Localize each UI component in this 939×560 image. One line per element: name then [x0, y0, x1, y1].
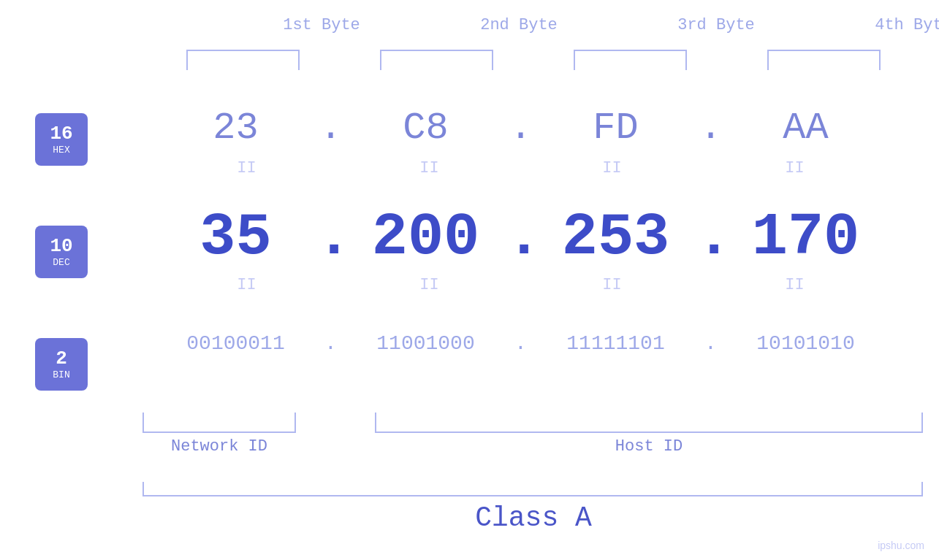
bin-row: 00100011 . 11001000 . 11111101 . 1010101… [0, 321, 939, 365]
dec-val-2: 200 [346, 204, 506, 272]
equals-symbols-1: II II II II [156, 159, 886, 177]
hex-row: 23 . C8 . FD . AA [0, 102, 939, 153]
bottom-labels: Network ID Host ID [142, 437, 924, 456]
class-bracket [142, 482, 923, 496]
rows-area: 23 . C8 . FD . AA II II II [0, 80, 939, 365]
dot-dec-2: . [506, 204, 536, 272]
dec-row: 35 . 200 . 253 . 170 [0, 204, 939, 270]
top-bracket-2 [380, 50, 493, 70]
host-id-label: Host ID [375, 437, 923, 456]
dot-hex-2: . [506, 107, 536, 150]
eq2-3: II [532, 276, 693, 294]
top-bracket-3 [574, 50, 687, 70]
dot-bin-3: . [696, 332, 726, 355]
dot-hex-3: . [696, 107, 726, 150]
bin-values: 00100011 . 11001000 . 11111101 . 1010101… [156, 332, 886, 355]
equals-row-1: II II II II [0, 153, 939, 183]
eq1-4: II [715, 159, 875, 177]
bin-val-4: 10101010 [726, 332, 886, 355]
dot-bin-2: . [506, 332, 536, 355]
hex-values: 23 . C8 . FD . AA [156, 107, 886, 150]
byte-header-1: 1st Byte [241, 16, 402, 34]
equals-symbols-2: II II II II [156, 276, 886, 294]
host-bracket [375, 413, 923, 433]
dot-dec-3: . [696, 204, 726, 272]
eq2-2: II [349, 276, 510, 294]
hex-val-4: AA [726, 107, 886, 150]
eq2-4: II [715, 276, 875, 294]
top-bracket-4 [767, 50, 881, 70]
eq1-3: II [532, 159, 693, 177]
dec-values: 35 . 200 . 253 . 170 [156, 204, 886, 272]
bottom-section: Network ID Host ID [142, 413, 924, 456]
hex-val-1: 23 [156, 107, 316, 150]
network-id-label: Network ID [142, 437, 296, 456]
equals-row-2: II II II II [0, 270, 939, 299]
bottom-brackets [142, 413, 924, 433]
dec-val-4: 170 [726, 204, 886, 272]
bin-val-1: 00100011 [156, 332, 316, 355]
eq1-1: II [167, 159, 327, 177]
dec-val-3: 253 [536, 204, 696, 272]
watermark: ipshu.com [878, 540, 924, 551]
class-label: Class A [142, 502, 924, 534]
hex-val-3: FD [536, 107, 696, 150]
top-bracket-1 [186, 50, 300, 70]
dot-bin-1: . [316, 332, 346, 355]
dot-dec-1: . [316, 204, 346, 272]
eq1-2: II [349, 159, 510, 177]
network-bracket [142, 413, 296, 433]
main-container: 1st Byte 2nd Byte 3rd Byte 4th Byte 16 H… [0, 0, 939, 560]
dec-val-1: 35 [156, 204, 316, 272]
dot-hex-1: . [316, 107, 346, 150]
bin-val-3: 11111101 [536, 332, 696, 355]
byte-header-2: 2nd Byte [438, 16, 599, 34]
bin-name: BIN [53, 369, 69, 380]
byte-header-4: 4th Byte [833, 16, 939, 34]
top-brackets [146, 50, 921, 70]
eq2-1: II [167, 276, 327, 294]
byte-header-3: 3rd Byte [636, 16, 797, 34]
class-section: Class A [142, 482, 924, 534]
byte-headers: 1st Byte 2nd Byte 3rd Byte 4th Byte [223, 16, 939, 34]
hex-val-2: C8 [346, 107, 506, 150]
bin-val-2: 11001000 [346, 332, 506, 355]
